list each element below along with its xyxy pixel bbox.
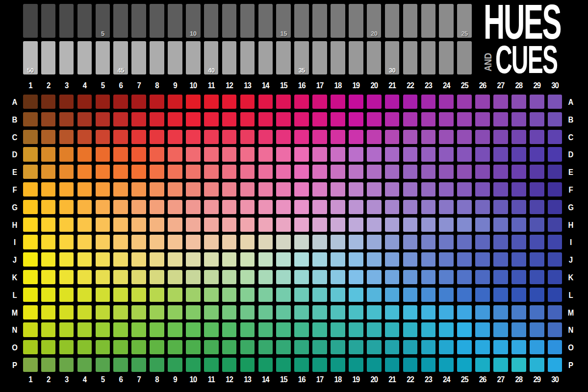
color-cell-H3[interactable]: [59, 218, 74, 232]
color-cell-F1[interactable]: [23, 182, 38, 196]
score-cell[interactable]: [421, 41, 436, 74]
color-cell-K24[interactable]: [439, 270, 454, 284]
color-cell-J6[interactable]: [113, 252, 128, 267]
color-cell-O24[interactable]: [439, 340, 454, 354]
color-cell-P28[interactable]: [511, 358, 526, 372]
color-cell-G19[interactable]: [349, 200, 363, 214]
color-cell-E1[interactable]: [23, 165, 38, 179]
color-cell-M1[interactable]: [23, 305, 38, 319]
color-cell-A28[interactable]: [511, 95, 526, 109]
color-cell-D28[interactable]: [511, 147, 526, 161]
color-cell-H21[interactable]: [385, 218, 400, 232]
color-cell-E5[interactable]: [96, 165, 110, 179]
color-cell-N19[interactable]: [349, 322, 363, 337]
color-cell-H8[interactable]: [150, 218, 164, 232]
color-cell-B2[interactable]: [41, 112, 56, 126]
color-cell-A26[interactable]: [475, 95, 490, 109]
color-cell-L10[interactable]: [186, 288, 201, 302]
score-cell[interactable]: [312, 41, 327, 74]
color-cell-C6[interactable]: [113, 130, 128, 144]
score-cell[interactable]: [240, 41, 255, 74]
color-cell-D25[interactable]: [457, 147, 472, 161]
color-cell-K13[interactable]: [240, 270, 255, 284]
score-cell[interactable]: [23, 4, 38, 38]
color-cell-G25[interactable]: [457, 200, 472, 214]
score-cell[interactable]: [222, 41, 237, 74]
color-cell-A10[interactable]: [186, 95, 201, 109]
color-cell-C10[interactable]: [186, 130, 201, 144]
color-cell-I21[interactable]: [385, 235, 400, 249]
color-cell-E27[interactable]: [493, 165, 508, 179]
color-cell-I1[interactable]: [23, 235, 38, 249]
color-cell-F9[interactable]: [168, 182, 182, 196]
color-cell-J9[interactable]: [168, 252, 182, 267]
color-cell-N8[interactable]: [150, 322, 164, 337]
color-cell-H17[interactable]: [312, 218, 327, 232]
color-cell-L29[interactable]: [530, 288, 544, 302]
color-cell-P2[interactable]: [41, 358, 56, 372]
color-cell-G22[interactable]: [403, 200, 418, 214]
color-cell-K8[interactable]: [150, 270, 164, 284]
color-cell-L3[interactable]: [59, 288, 74, 302]
color-cell-L19[interactable]: [349, 288, 363, 302]
color-cell-O27[interactable]: [493, 340, 508, 354]
score-cell[interactable]: [131, 4, 146, 38]
color-cell-B21[interactable]: [385, 112, 400, 126]
score-cell[interactable]: [113, 4, 128, 38]
color-cell-A16[interactable]: [294, 95, 309, 109]
color-cell-K12[interactable]: [222, 270, 237, 284]
color-cell-J2[interactable]: [41, 252, 56, 267]
color-cell-P25[interactable]: [457, 358, 472, 372]
color-cell-E12[interactable]: [222, 165, 237, 179]
color-cell-A2[interactable]: [41, 95, 56, 109]
color-cell-A18[interactable]: [331, 95, 345, 109]
color-cell-P24[interactable]: [439, 358, 454, 372]
color-cell-C26[interactable]: [475, 130, 490, 144]
color-cell-F26[interactable]: [475, 182, 490, 196]
color-cell-K11[interactable]: [204, 270, 219, 284]
color-cell-M11[interactable]: [204, 305, 219, 319]
color-cell-E22[interactable]: [403, 165, 418, 179]
color-cell-B26[interactable]: [475, 112, 490, 126]
color-cell-C22[interactable]: [403, 130, 418, 144]
color-cell-G30[interactable]: [548, 200, 562, 214]
color-cell-J29[interactable]: [530, 252, 544, 267]
color-cell-E2[interactable]: [41, 165, 56, 179]
score-cell[interactable]: [59, 41, 74, 74]
color-cell-O14[interactable]: [258, 340, 273, 354]
color-cell-A29[interactable]: [530, 95, 544, 109]
color-cell-L5[interactable]: [96, 288, 110, 302]
color-cell-M13[interactable]: [240, 305, 255, 319]
color-cell-A4[interactable]: [77, 95, 92, 109]
color-cell-G3[interactable]: [59, 200, 74, 214]
color-cell-M19[interactable]: [349, 305, 363, 319]
color-cell-M4[interactable]: [77, 305, 92, 319]
color-cell-J15[interactable]: [276, 252, 291, 267]
color-cell-F7[interactable]: [131, 182, 146, 196]
color-cell-B29[interactable]: [530, 112, 544, 126]
color-cell-F15[interactable]: [276, 182, 291, 196]
color-cell-F2[interactable]: [41, 182, 56, 196]
color-cell-A5[interactable]: [96, 95, 110, 109]
color-cell-F6[interactable]: [113, 182, 128, 196]
color-cell-I23[interactable]: [421, 235, 436, 249]
color-cell-N9[interactable]: [168, 322, 182, 337]
color-cell-P7[interactable]: [131, 358, 146, 372]
color-cell-M23[interactable]: [421, 305, 436, 319]
color-cell-O25[interactable]: [457, 340, 472, 354]
color-cell-I20[interactable]: [367, 235, 382, 249]
score-cell[interactable]: [403, 41, 418, 74]
color-cell-I6[interactable]: [113, 235, 128, 249]
color-cell-N29[interactable]: [530, 322, 544, 337]
color-cell-P29[interactable]: [530, 358, 544, 372]
color-cell-A13[interactable]: [240, 95, 255, 109]
score-cell[interactable]: 10: [186, 4, 201, 38]
color-cell-H26[interactable]: [475, 218, 490, 232]
color-cell-L17[interactable]: [312, 288, 327, 302]
color-cell-P4[interactable]: [77, 358, 92, 372]
color-cell-B1[interactable]: [23, 112, 38, 126]
color-cell-G21[interactable]: [385, 200, 400, 214]
color-cell-I16[interactable]: [294, 235, 309, 249]
score-cell[interactable]: [349, 41, 363, 74]
color-cell-D22[interactable]: [403, 147, 418, 161]
